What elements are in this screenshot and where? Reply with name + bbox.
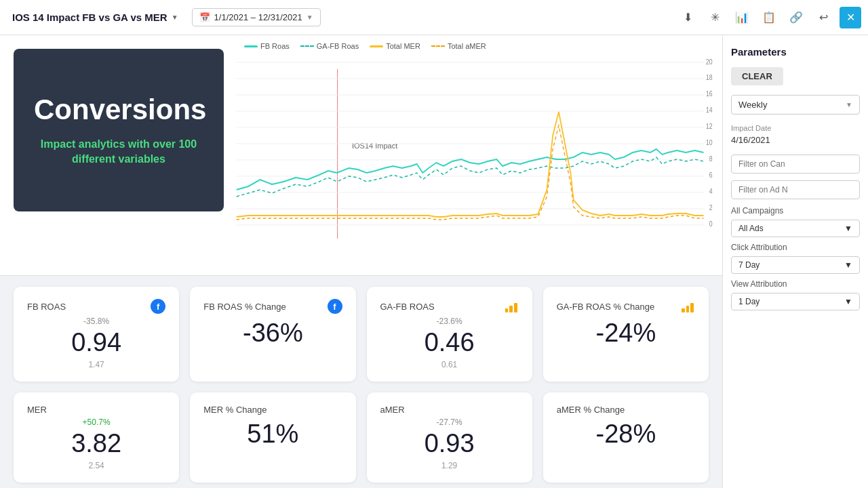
- kpi-mer: MER +50.7% 3.82 2.54: [14, 392, 179, 483]
- legend-total-amer: Total aMER: [431, 42, 486, 50]
- legend-total-amer-label: Total aMER: [448, 42, 486, 50]
- kpi-ga-fb-roas-change-main: -24%: [596, 319, 656, 348]
- kpi-mer-change: MER % Change 51%: [190, 392, 355, 483]
- legend-total-mer: Total MER: [370, 42, 420, 50]
- svg-text:14: 14: [706, 106, 713, 114]
- svg-text:10: 10: [706, 139, 713, 146]
- kpi-ga-fb-roas-sub: 0.61: [441, 360, 457, 369]
- title-dropdown[interactable]: IOS 14 Impact FB vs GA vs MER ▼: [7, 9, 184, 26]
- kpi-ga-fb-roas-change: GA-FB ROAS % Change -24%: [543, 287, 709, 382]
- legend-ga-fb-roas: GA-FB Roas: [300, 42, 359, 50]
- view-attribution-dropdown[interactable]: 1 Day ▼: [731, 293, 860, 310]
- kpi-fb-roas-header: FB ROAS f: [27, 299, 165, 314]
- link-button[interactable]: 🔗: [785, 7, 807, 28]
- kpi-ga-fb-roas-change-title: GA-FB ROAS % Change: [557, 302, 655, 312]
- chart-area: Conversions Impact analytics with over 1…: [0, 35, 722, 276]
- fb-icon: f: [151, 299, 165, 314]
- legend-fb-roas: FB Roas: [244, 42, 290, 50]
- kpi-mer-change-title: MER % Change: [203, 405, 267, 415]
- svg-text:4: 4: [709, 188, 713, 195]
- impact-date-label: Impact Date: [731, 124, 860, 132]
- kpi-amer-sub: 1.29: [441, 461, 457, 470]
- kpi-amer-change: aMER % Change -28%: [543, 392, 709, 483]
- kpi-amer-change-header: aMER % Change: [557, 405, 695, 415]
- kpi-ga-fb-roas-header: GA-FB ROAS: [380, 299, 519, 314]
- svg-text:2: 2: [709, 204, 713, 211]
- date-range-value: 1/1/2021 – 12/31/2021: [214, 12, 302, 22]
- content-area: Conversions Impact analytics with over 1…: [0, 35, 722, 488]
- fb-icon-2: f: [328, 299, 342, 314]
- view-attr-chevron-icon: ▼: [844, 297, 852, 306]
- kpi-row-2: MER +50.7% 3.82 2.54 MER % Change 51%: [14, 392, 709, 483]
- ga-icon-2: [680, 299, 695, 314]
- kpi-mer-change-main: 51%: [247, 420, 298, 449]
- click-attribution-value: 7 Day: [738, 260, 760, 270]
- kpi-amer-main: 0.93: [425, 430, 475, 458]
- settings-button[interactable]: ✳: [704, 7, 726, 28]
- kpi-fb-roas-sub: 1.47: [88, 360, 104, 369]
- kpi-mer-sub: 2.54: [88, 461, 104, 470]
- kpi-ga-fb-roas-change: -23.6%: [437, 317, 462, 326]
- parameters-sidebar: Parameters CLEAR Weekly ▼ Impact Date 4/…: [722, 35, 868, 488]
- title-chevron-icon: ▼: [172, 14, 178, 21]
- legend-total-mer-label: Total MER: [386, 42, 420, 50]
- kpi-fb-roas-change: FB ROAS % Change f -36%: [190, 287, 355, 382]
- date-range-picker[interactable]: 📅 1/1/2021 – 12/31/2021 ▼: [192, 8, 321, 26]
- frequency-dropdown[interactable]: Weekly ▼: [731, 95, 860, 115]
- kpi-ga-fb-roas: GA-FB ROAS -23.6% 0.46 0.61: [367, 287, 532, 382]
- kpi-amer-change: -27.7%: [437, 418, 462, 427]
- close-button[interactable]: ✕: [840, 7, 861, 28]
- kpi-ga-fb-roas-main: 0.46: [425, 329, 475, 357]
- kpi-fb-roas: FB ROAS f -35.8% 0.94 1.47: [14, 287, 179, 382]
- chart-container: FB Roas GA-FB Roas Total MER Total aMER: [231, 35, 722, 276]
- svg-text:20: 20: [706, 58, 713, 66]
- svg-text:16: 16: [706, 90, 713, 98]
- header-action-bar: ⬇ ✳ 📊 📋 🔗 ↩ ✕: [677, 7, 861, 28]
- impact-date-value: 4/16/2021: [731, 135, 860, 145]
- hero-subtitle: Impact analytics with over 100 different…: [34, 137, 203, 167]
- svg-text:12: 12: [706, 123, 713, 130]
- chart-button[interactable]: 📊: [731, 7, 753, 28]
- copy-button[interactable]: 📋: [758, 7, 780, 28]
- svg-text:18: 18: [706, 74, 713, 81]
- frequency-chevron-icon: ▼: [846, 101, 852, 108]
- all-ads-chevron-icon: ▼: [844, 224, 852, 233]
- kpi-amer-header: aMER: [380, 405, 519, 415]
- app-title: IOS 14 Impact FB vs GA vs MER: [12, 12, 167, 23]
- undo-button[interactable]: ↩: [812, 7, 834, 28]
- svg-text:8: 8: [709, 155, 713, 163]
- kpi-amer-change-main: -28%: [596, 420, 656, 449]
- clear-button[interactable]: CLEAR: [731, 67, 783, 85]
- frequency-label: Weekly: [738, 100, 767, 110]
- click-attribution-label: Click Attribution: [731, 243, 860, 252]
- kpi-mer-title: MER: [27, 405, 47, 415]
- kpi-ga-fb-roas-title: GA-FB ROAS: [380, 302, 435, 312]
- kpi-mer-main: 3.82: [71, 430, 121, 458]
- legend-fb-roas-label: FB Roas: [260, 42, 290, 50]
- download-button[interactable]: ⬇: [677, 7, 698, 28]
- kpi-amer-change-title: aMER % Change: [557, 405, 625, 415]
- view-attribution-value: 1 Day: [738, 297, 760, 306]
- filter-campaign-input[interactable]: [731, 155, 860, 174]
- line-chart-svg: 20 18 16 14 12 10 8 6 4 2 0: [231, 54, 715, 244]
- filter-ad-input[interactable]: [731, 180, 860, 199]
- main-layout: Conversions Impact analytics with over 1…: [0, 35, 868, 488]
- kpi-fb-roas-change-title: FB ROAS % Change: [203, 302, 285, 312]
- click-attribution-dropdown[interactable]: 7 Day ▼: [731, 256, 860, 274]
- all-campaigns-label: All Campaigns: [731, 206, 860, 216]
- kpi-fb-roas-change-main: -36%: [243, 319, 303, 348]
- kpi-amer: aMER -27.7% 0.93 1.29: [367, 392, 532, 483]
- date-chevron-icon: ▼: [307, 14, 313, 21]
- kpi-cards-area: FB ROAS f -35.8% 0.94 1.47 FB ROAS % Cha…: [0, 276, 722, 488]
- kpi-fb-roas-title: FB ROAS: [27, 302, 66, 312]
- sidebar-title: Parameters: [731, 43, 860, 58]
- click-attr-chevron-icon: ▼: [844, 260, 852, 270]
- app-header: IOS 14 Impact FB vs GA vs MER ▼ 📅 1/1/20…: [0, 0, 868, 35]
- all-ads-dropdown[interactable]: All Ads ▼: [731, 220, 860, 237]
- kpi-fb-roas-main: 0.94: [71, 329, 121, 357]
- hero-title: Conversions: [34, 94, 203, 126]
- svg-text:0: 0: [709, 220, 713, 228]
- kpi-mer-change: +50.7%: [83, 418, 111, 427]
- legend-ga-fb-roas-label: GA-FB Roas: [317, 42, 359, 50]
- kpi-mer-header: MER: [27, 405, 165, 415]
